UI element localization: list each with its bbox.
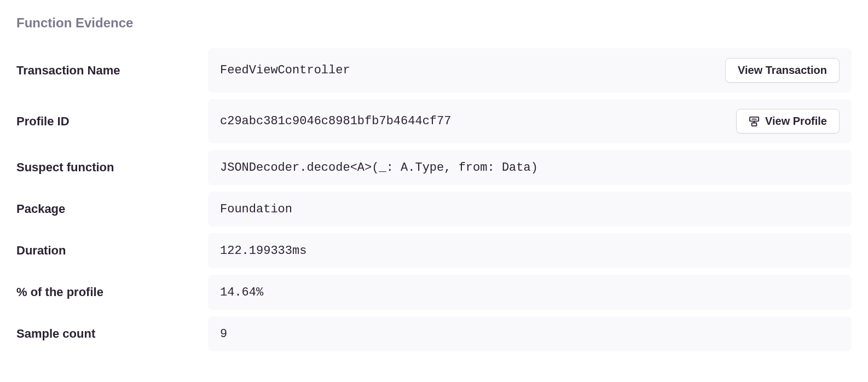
transaction-name-value: FeedViewController <box>220 63 350 77</box>
profile-id-label: Profile ID <box>16 105 208 138</box>
suspect-function-value: JSONDecoder.decode<A>(_: A.Type, from: D… <box>220 161 538 175</box>
transaction-name-label: Transaction Name <box>16 54 208 88</box>
svg-rect-3 <box>752 123 757 126</box>
view-transaction-button[interactable]: View Transaction <box>725 58 840 83</box>
sample-count-value: 9 <box>220 327 227 341</box>
transaction-name-value-cell: FeedViewController View Transaction <box>208 48 852 92</box>
sample-count-label: Sample count <box>16 317 208 351</box>
suspect-function-value-cell: JSONDecoder.decode<A>(_: A.Type, from: D… <box>208 150 852 185</box>
view-profile-button-label: View Profile <box>765 115 827 128</box>
profile-icon <box>749 116 760 127</box>
sample-count-value-cell: 9 <box>208 316 852 351</box>
profile-id-value: c29abc381c9046c8981bfb7b4644cf77 <box>220 114 451 128</box>
function-evidence-grid: Transaction Name FeedViewController View… <box>16 48 852 351</box>
percent-of-profile-value: 14.64% <box>220 286 263 299</box>
percent-of-profile-label: % of the profile <box>16 275 208 309</box>
package-value-cell: Foundation <box>208 192 852 227</box>
package-label: Package <box>16 192 208 226</box>
package-value: Foundation <box>220 202 292 216</box>
duration-value: 122.199333ms <box>220 244 306 258</box>
section-title: Function Evidence <box>16 15 852 31</box>
profile-id-value-cell: c29abc381c9046c8981bfb7b4644cf77 View Pr… <box>208 99 852 143</box>
duration-value-cell: 122.199333ms <box>208 233 852 268</box>
view-profile-button[interactable]: View Profile <box>736 109 840 134</box>
percent-of-profile-value-cell: 14.64% <box>208 275 852 310</box>
view-transaction-button-label: View Transaction <box>738 64 827 77</box>
suspect-function-label: Suspect function <box>16 151 208 184</box>
duration-label: Duration <box>16 234 208 268</box>
